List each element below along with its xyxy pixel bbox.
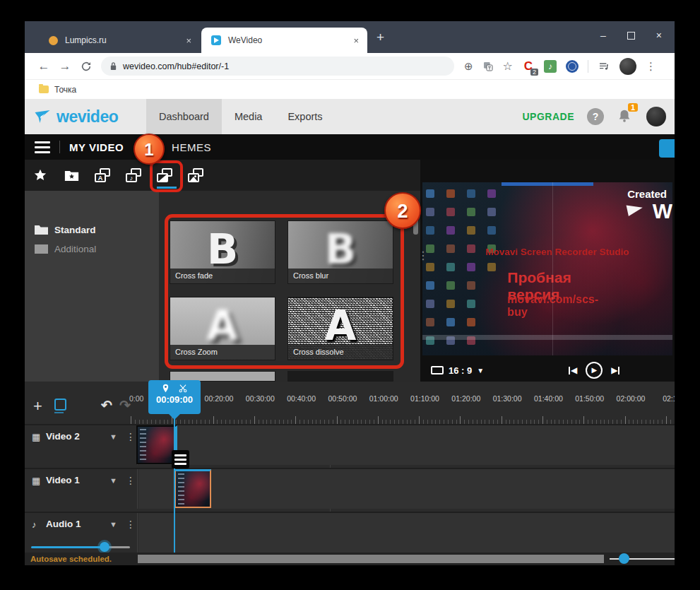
chrome-menu-icon[interactable]: ⋮ — [646, 60, 656, 73]
playhead-tooltip[interactable]: 00:09:00 — [148, 380, 201, 414]
zoom-slider-handle[interactable] — [619, 553, 629, 564]
annotation-step-1: 1 — [134, 134, 165, 165]
text-templates-icon[interactable]: A — [87, 168, 118, 182]
minimize-button[interactable]: – — [600, 30, 606, 41]
project-title[interactable]: MY VIDEO — [69, 141, 124, 153]
panel-splitter-handle[interactable]: ⋮ — [417, 249, 429, 262]
transition-name: Cross fade — [170, 269, 275, 283]
chevron-down-icon[interactable]: ▼ — [109, 476, 117, 485]
track-lane[interactable] — [138, 469, 675, 509]
chevron-down-icon[interactable]: ▼ — [109, 432, 117, 441]
tab-close-icon[interactable]: × — [186, 35, 191, 46]
chevron-down-icon[interactable]: ▼ — [109, 520, 117, 529]
tab-close-icon[interactable]: × — [353, 35, 359, 46]
bookmark-item[interactable]: Точка — [54, 85, 76, 95]
back-button[interactable]: ← — [33, 59, 54, 73]
volume-slider[interactable] — [31, 544, 130, 550]
transition-name: Cross dissolve — [288, 345, 393, 360]
undo-button[interactable]: ↶ — [101, 397, 112, 413]
category-additional[interactable]: Additional — [25, 240, 159, 259]
reload-button[interactable] — [76, 61, 97, 72]
finish-button[interactable] — [659, 139, 675, 158]
address-bar[interactable]: wevideo.com/hub#editor/-1 — [101, 57, 454, 76]
zoom-page-icon[interactable]: ⊕ — [464, 60, 473, 73]
add-track-button[interactable]: + — [33, 397, 42, 415]
recorded-window-titlebar — [502, 182, 593, 186]
notification-badge: 1 — [628, 103, 638, 112]
toolbar-divider — [588, 60, 588, 73]
timeline-scrollbar[interactable] — [138, 555, 604, 563]
audio-library-icon[interactable]: ♪ — [118, 168, 149, 182]
menu-hamburger-icon[interactable] — [35, 141, 50, 153]
open-folder-icon — [35, 225, 48, 235]
category-standard[interactable]: Standard — [25, 191, 159, 240]
transitions-icon[interactable] — [149, 168, 180, 182]
translate-icon[interactable] — [482, 61, 494, 72]
nav-dashboard[interactable]: Dashboard — [146, 99, 222, 134]
extension-c-icon[interactable]: C 2 — [522, 60, 535, 73]
closed-folder-icon — [35, 244, 48, 254]
skip-forward-button[interactable]: ▶ — [611, 365, 619, 375]
volume-handle[interactable] — [100, 542, 109, 552]
tab-lumpics[interactable]: Lumpics.ru × — [39, 28, 200, 53]
bookmarks-bar: Точка — [25, 79, 675, 99]
help-icon[interactable]: ? — [587, 108, 604, 125]
playhead-line[interactable] — [174, 414, 175, 553]
track-lane[interactable] — [138, 513, 675, 553]
track-lane[interactable] — [138, 425, 675, 465]
nav-media[interactable]: Media — [222, 99, 275, 134]
transition-tile-cross-zoom[interactable]: ACross Zoom — [170, 297, 275, 360]
track-video-1: ▦ Video 1 ▼ ⋮ — [25, 468, 675, 509]
transition-drop-handle[interactable] — [172, 450, 189, 468]
media-folder-icon[interactable] — [56, 169, 87, 182]
ruler-label: 00:20:00 — [205, 394, 234, 403]
video-track-icon: ▦ — [32, 432, 40, 442]
track-header: ♪ Audio 1 ▼ ⋮ — [25, 513, 138, 553]
aspect-ratio-dropdown[interactable]: 16 : 9 ▼ — [431, 365, 484, 376]
upgrade-button[interactable]: UPGRADE — [522, 111, 574, 122]
ruler-label: 00:30:00 — [246, 394, 275, 403]
play-button[interactable]: ▶ — [586, 362, 603, 379]
transition-preview-letter: B — [207, 225, 238, 273]
copy-button[interactable] — [54, 399, 66, 411]
transition-tile-cross-dissolve[interactable]: ACross dissolve — [287, 297, 393, 360]
notifications-bell[interactable]: 1 — [617, 108, 634, 125]
bookmark-star-icon[interactable]: ☆ — [503, 59, 513, 73]
preview-video[interactable]: Movavi Screen Recorder Studio Пробная ве… — [422, 182, 672, 355]
transition-tile-partial[interactable] — [287, 371, 393, 382]
browser-avatar[interactable] — [619, 58, 636, 75]
backgrounds-icon[interactable] — [180, 168, 211, 182]
playlist-icon[interactable] — [598, 61, 610, 72]
wevideo-logo[interactable]: wevideo — [33, 107, 146, 126]
new-tab-button[interactable]: + — [376, 30, 384, 45]
nav-exports[interactable]: Exports — [275, 99, 335, 134]
track-name: Video 1 — [46, 475, 80, 485]
editor-topbar: MY VIDEO HEMES — [25, 134, 675, 160]
track-menu-icon[interactable]: ⋮ — [126, 431, 136, 442]
tab-wevideo[interactable]: WeVideo × — [201, 28, 367, 53]
extension-globe-icon[interactable] — [566, 60, 579, 73]
scissors-icon[interactable] — [178, 384, 188, 393]
transition-tile-cross-blur[interactable]: BCross blur — [287, 220, 393, 284]
close-button[interactable]: × — [656, 30, 662, 41]
divider — [59, 141, 60, 153]
tab-strip: Lumpics.ru × WeVideo × + – × — [25, 21, 675, 53]
clip-video-1-selected[interactable] — [174, 469, 211, 508]
track-name: Video 2 — [46, 431, 80, 442]
chevron-down-icon: ▼ — [477, 367, 484, 374]
ruler-ticks[interactable] — [131, 414, 675, 424]
maximize-button[interactable] — [627, 32, 635, 40]
transition-tile-cross-fade[interactable]: BCross fade — [170, 220, 275, 284]
wevideo-watermark-arrow-icon — [627, 202, 644, 216]
track-menu-icon[interactable]: ⋮ — [126, 519, 136, 530]
skip-back-button[interactable]: ◀ — [569, 365, 577, 375]
wevideo-watermark-letter: W — [653, 199, 672, 223]
preview-controls: 16 : 9 ▼ ◀ ▶ ▶ — [420, 359, 675, 382]
tab-themes[interactable]: HEMES — [172, 141, 211, 153]
favorites-star-icon[interactable] — [25, 168, 56, 182]
track-menu-icon[interactable]: ⋮ — [126, 475, 136, 486]
forward-button[interactable]: → — [54, 59, 76, 73]
extension-music-icon[interactable]: ♪ — [544, 60, 557, 73]
marker-pin-icon[interactable] — [161, 384, 170, 393]
account-avatar[interactable] — [646, 107, 666, 126]
